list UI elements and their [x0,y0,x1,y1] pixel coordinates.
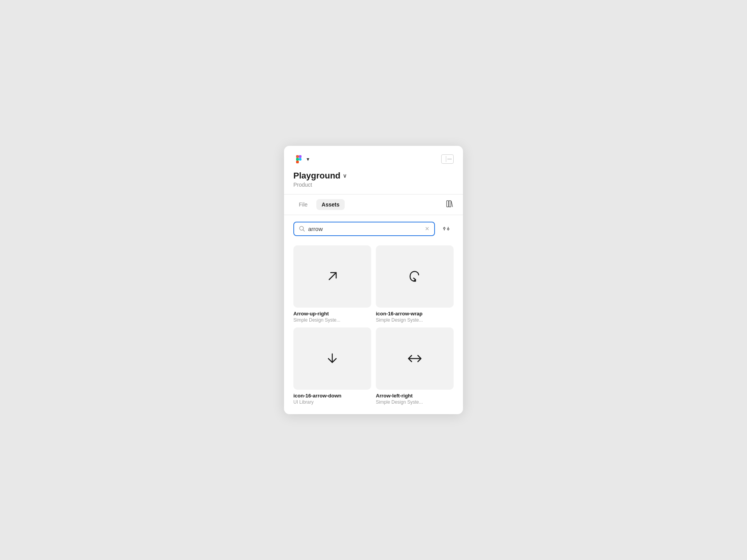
filter-icon [442,224,451,233]
project-title[interactable]: Playground ∨ [293,171,454,181]
asset-source: Simple Design Syste... [376,399,454,405]
svg-line-13 [329,273,336,280]
search-area: ✕ [284,215,463,239]
clear-search-icon[interactable]: ✕ [425,226,430,232]
project-title-chevron-icon: ∨ [343,173,347,179]
arrow-down-icon [322,348,342,369]
header: ▾ Playground ∨ Product [284,146,463,194]
tabs-bar: File Assets [284,194,463,215]
asset-card[interactable]: Arrow-up-right Simple Design Syste... [293,245,371,323]
library-icon[interactable] [445,200,454,210]
asset-source: Simple Design Syste... [293,317,371,323]
search-input[interactable] [308,226,422,232]
project-title-text: Playground [293,171,340,181]
search-input-wrap: ✕ [293,222,435,236]
sidebar-toggle-button[interactable] [441,154,454,164]
assets-grid: Arrow-up-right Simple Design Syste... ic… [284,239,463,414]
svg-line-8 [303,230,305,231]
asset-preview [376,327,454,390]
asset-name: icon-16-arrow-down [293,393,371,399]
arrow-up-right-icon [322,266,342,287]
asset-name: icon-16-arrow-wrap [376,311,454,317]
asset-source: Simple Design Syste... [376,317,454,323]
svg-rect-3 [296,161,299,163]
asset-card[interactable]: Arrow-left-right Simple Design Syste... [376,327,454,405]
svg-rect-2 [296,158,299,161]
sidebar-toggle-inner [443,156,446,162]
asset-preview [293,327,371,390]
app-window: ▾ Playground ∨ Product File Assets [284,146,463,414]
svg-rect-1 [299,155,302,158]
figma-icon [293,154,304,164]
arrow-left-right-icon [405,348,425,369]
svg-rect-5 [447,201,449,207]
filter-button[interactable] [439,221,454,236]
logo-chevron-icon: ▾ [307,156,309,162]
svg-rect-6 [449,201,451,207]
svg-point-4 [299,158,302,161]
svg-point-12 [447,228,449,230]
tab-file[interactable]: File [293,199,313,210]
asset-card[interactable]: icon-16-arrow-down UI Library [293,327,371,405]
asset-preview [293,245,371,308]
asset-card[interactable]: icon-16-arrow-wrap Simple Design Syste..… [376,245,454,323]
asset-name: Arrow-up-right [293,311,371,317]
asset-name: Arrow-left-right [376,393,454,399]
asset-source: UI Library [293,399,371,405]
logo-area[interactable]: ▾ [293,154,309,164]
search-icon [299,226,305,232]
sidebar-toggle-bar [447,159,452,159]
asset-preview [376,245,454,308]
project-subtitle: Product [293,182,454,188]
svg-rect-0 [296,155,299,158]
svg-point-10 [444,228,445,229]
tab-assets[interactable]: Assets [316,199,345,210]
arrow-wrap-icon [405,266,425,287]
